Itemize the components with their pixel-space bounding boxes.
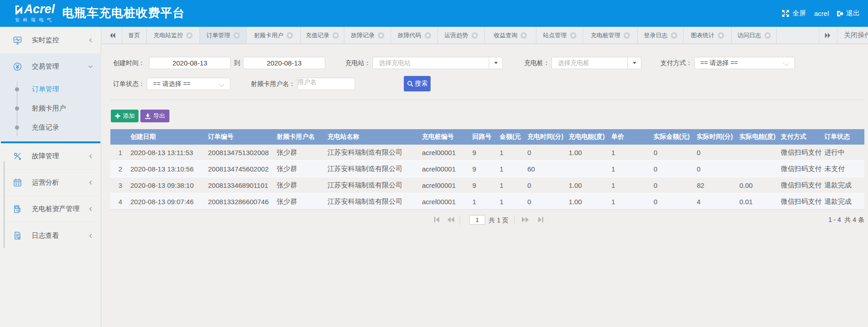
cell: 2008133286600746	[208, 193, 277, 210]
tab-close-icon[interactable]	[471, 32, 478, 39]
sidebar-subitem-1[interactable]: 射频卡用户	[0, 99, 101, 118]
username[interactable]: acrel	[814, 10, 829, 17]
station-combobox[interactable]: 选择充电站	[372, 57, 503, 69]
pay-method-value: == 请选择 ==	[700, 59, 738, 66]
last-page-button[interactable]	[538, 216, 544, 225]
sidebar-item-label: 运营分析	[32, 178, 59, 187]
fullscreen-button[interactable]: 全屏	[782, 9, 806, 18]
table-row-4[interactable]: 42020-08-13 09:07:462008133286600746张少群江…	[110, 193, 864, 210]
cell	[569, 161, 611, 177]
next-page-button[interactable]	[521, 216, 529, 225]
tabbar-divider	[837, 27, 838, 44]
pile-combobox[interactable]: 选择充电桩	[551, 57, 641, 69]
close-operations-button[interactable]: 关闭操作	[844, 27, 868, 44]
tab-close-icon[interactable]	[332, 32, 339, 39]
tab-充电桩管理[interactable]: 充电桩管理	[583, 27, 638, 44]
tab-close-icon[interactable]	[521, 32, 527, 39]
scroll-tabs-left-button[interactable]	[106, 27, 119, 44]
cell: 1	[500, 193, 527, 210]
column-header-充电时间(分): 充电时间(分)	[527, 129, 569, 145]
tab-close-icon[interactable]	[624, 32, 630, 39]
cell: 0	[527, 193, 569, 210]
tab-close-icon[interactable]	[287, 32, 293, 39]
orders-table: 创建日期订单编号射频卡用户名充电站名称充电桩编号回路号金额(元充电时间(分)充电…	[110, 129, 864, 210]
sidebar-item-3[interactable]: 运营分析	[0, 170, 101, 196]
cell: acrel00001	[422, 161, 472, 177]
cell: 2	[110, 161, 130, 177]
tab-close-icon[interactable]	[764, 32, 771, 39]
tab-首页[interactable]: 首页	[122, 27, 147, 44]
chevron-left-icon	[88, 233, 93, 238]
sidebar-subitem-2[interactable]: 充值记录	[0, 118, 101, 137]
logout-icon	[836, 10, 843, 17]
sidebar-item-1[interactable]: 交易管理	[0, 54, 101, 80]
tab-close-icon[interactable]	[186, 32, 193, 39]
tab-close-icon[interactable]	[671, 32, 677, 39]
page-title: 电瓶车充电桩收费平台	[62, 0, 185, 27]
tab-label: 充值记录	[306, 31, 329, 40]
cell: 张少群	[277, 161, 327, 177]
tab-登录日志[interactable]: 登录日志	[638, 27, 684, 44]
page-number-input[interactable]: 1	[469, 215, 485, 225]
pay-method-label: 支付方式：	[651, 57, 692, 69]
tab-close-icon[interactable]	[718, 32, 724, 39]
tab-故障记录[interactable]: 故障记录	[344, 27, 391, 44]
tab-运营趋势[interactable]: 运营趋势	[438, 27, 485, 44]
order-status-select[interactable]: == 请选择 ==	[147, 78, 230, 90]
fullscreen-label: 全屏	[792, 9, 806, 18]
tab-访问日志[interactable]: 访问日志	[732, 27, 777, 44]
tab-订单管理[interactable]: 订单管理	[200, 27, 247, 44]
acrel-logo: Acrel 安科瑞电气	[15, 4, 55, 23]
date-from-input[interactable]: 2020-08-13	[149, 57, 231, 69]
station-dropdown-button[interactable]	[489, 57, 502, 69]
tab-close-icon[interactable]	[233, 32, 240, 39]
tab-close-icon[interactable]	[570, 32, 576, 39]
scroll-tabs-right-button[interactable]	[821, 27, 834, 44]
table-row-2[interactable]: 22020-08-13 13:10:562008134745602002张少群江…	[110, 161, 864, 177]
logout-button[interactable]: 退出	[836, 9, 860, 18]
sidebar-item-5[interactable]: 日志查看	[0, 222, 101, 249]
tab-close-icon[interactable]	[425, 32, 431, 39]
sidebar-subitem-0[interactable]: 订单管理	[0, 80, 101, 99]
tab-收益查询[interactable]: 收益查询	[485, 27, 536, 44]
cell: 0	[654, 177, 697, 193]
cell: 1.00	[569, 177, 611, 193]
sidebar-scrollbar-thumb[interactable]	[4, 161, 5, 248]
cell: 2008134745602002	[208, 161, 277, 177]
tab-射频卡用户[interactable]: 射频卡用户	[247, 27, 301, 44]
tabbar-divider	[819, 27, 819, 44]
pay-method-select[interactable]: == 请选择 ==	[694, 57, 795, 69]
export-button[interactable]: 导出	[140, 110, 169, 122]
date-to-input[interactable]: 2020-08-13	[243, 57, 325, 69]
tab-label: 充电站监控	[154, 31, 183, 40]
card-user-input[interactable]: 用户名	[297, 78, 355, 90]
search-button[interactable]: 搜索	[404, 76, 431, 91]
column-header-充电桩编号: 充电桩编号	[422, 129, 472, 145]
table-row-1[interactable]: 12020-08-13 13:11:532008134751302008张少群江…	[110, 145, 864, 161]
tab-图表统计[interactable]: 图表统计	[684, 27, 732, 44]
tab-故障代码[interactable]: 故障代码	[391, 27, 438, 44]
tab-充电站监控[interactable]: 充电站监控	[147, 27, 200, 44]
cell: 进行中	[824, 145, 864, 161]
cell: 微信扫码支付	[781, 177, 824, 193]
column-header-单价: 单价	[611, 129, 654, 145]
log-document-icon	[13, 231, 22, 240]
table-row-3[interactable]: 32020-08-13 09:38:102008133468901101张少群江…	[110, 177, 864, 193]
first-page-button[interactable]	[434, 216, 440, 225]
column-header-回路号: 回路号	[472, 129, 500, 145]
sidebar-item-2[interactable]: 故障管理	[0, 143, 101, 170]
sidebar-item-4[interactable]: 充电桩资产管理	[0, 196, 101, 222]
column-header-支付方式: 支付方式	[781, 129, 824, 145]
create-time-label: 创建时间：	[90, 57, 145, 69]
add-button[interactable]: 添加	[111, 110, 139, 122]
tab-label: 故障记录	[351, 31, 375, 40]
tab-充值记录[interactable]: 充值记录	[301, 27, 344, 44]
tab-close-icon[interactable]	[378, 32, 384, 39]
bullet-dot-icon	[15, 106, 19, 111]
double-chevron-right-icon	[824, 32, 831, 39]
prev-page-button[interactable]	[447, 216, 455, 225]
sidebar-item-0[interactable]: 实时监控	[0, 27, 101, 54]
tab-label: 充电桩管理	[591, 31, 620, 40]
tab-站点管理[interactable]: 站点管理	[536, 27, 583, 44]
pile-dropdown-button[interactable]	[627, 57, 641, 69]
